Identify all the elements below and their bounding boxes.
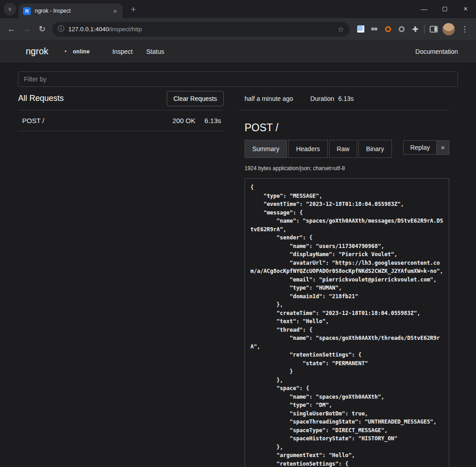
replay-button-group: Replay ≡	[403, 140, 449, 155]
request-title: POST /	[245, 122, 449, 134]
orange-ring-icon	[385, 26, 391, 32]
request-status: 200 OK	[172, 117, 195, 124]
window-close-button[interactable]: ×	[455, 0, 476, 18]
site-info-icon[interactable]: ⓘ	[58, 25, 64, 33]
app-header: ngrok • online Inspect Status Documentat…	[0, 40, 476, 63]
url-text: 127.0.0.1:4040/inspect/http	[68, 26, 334, 33]
content-type-meta: 1924 bytes application/json; charset=utf…	[245, 165, 449, 172]
tab-raw[interactable]: Raw	[329, 140, 357, 158]
tab-binary[interactable]: Binary	[358, 140, 392, 158]
browser-menu-button[interactable]: ⋮	[457, 21, 472, 37]
ngrok-logo[interactable]: ngrok	[26, 46, 48, 57]
window-controls: — ×	[414, 0, 476, 18]
extension-goggles-icon[interactable]	[368, 21, 381, 37]
tab-search-button[interactable]: ∨	[4, 3, 16, 15]
ngrok-inspect-page: ngrok • online Inspect Status Documentat…	[0, 40, 476, 467]
browser-toolbar: ← → ↻ ⓘ 127.0.0.1:4040/inspect/http ☆ ⋮	[0, 18, 476, 40]
extension-gray-icon[interactable]	[395, 21, 408, 37]
browser-titlebar: ∨ n ngrok - Inspect × + — ×	[0, 0, 476, 18]
profile-avatar[interactable]	[443, 23, 455, 35]
detail-tabs: Summary Headers Raw Binary Replay ≡	[245, 140, 449, 158]
back-icon: ←	[7, 24, 15, 34]
tab-close-icon[interactable]: ×	[112, 7, 118, 15]
request-duration: 6.13s	[204, 117, 221, 124]
request-body-json[interactable]: { "type": "MESSAGE", "eventTime": "2023-…	[245, 178, 449, 467]
ngrok-favicon-icon: n	[23, 7, 31, 15]
duration-label: Duration	[310, 95, 334, 102]
filter-input[interactable]	[18, 71, 458, 87]
replay-menu-icon: ≡	[441, 144, 445, 151]
address-bar[interactable]: ⓘ 127.0.0.1:4040/inspect/http ☆	[52, 22, 349, 37]
window-maximize-icon	[443, 7, 447, 11]
window-minimize-button[interactable]: —	[414, 0, 434, 18]
bookmark-star-icon[interactable]: ☆	[338, 25, 344, 33]
reload-button[interactable]: ↻	[34, 21, 50, 37]
url-host: 127.0.0.1:4040	[68, 26, 109, 33]
extension-blue-glyph-icon	[357, 25, 364, 33]
reload-icon: ↻	[38, 24, 45, 34]
nav-status-link[interactable]: Status	[146, 48, 165, 55]
extensions-menu-button[interactable]	[408, 21, 422, 37]
tab-summary[interactable]: Summary	[245, 140, 287, 158]
replay-button[interactable]: Replay	[403, 140, 437, 155]
requests-header: All Requests Clear Requests	[18, 87, 224, 110]
replay-options-button[interactable]: ≡	[437, 140, 449, 155]
browser-tab[interactable]: n ngrok - Inspect ×	[19, 4, 123, 18]
filter-section	[0, 63, 476, 87]
requests-panel: All Requests Clear Requests POST / 200 O…	[18, 87, 224, 131]
gray-ring-icon	[399, 26, 405, 32]
request-method-path: POST /	[22, 117, 172, 124]
back-button[interactable]: ←	[4, 21, 19, 37]
main-content: All Requests Clear Requests POST / 200 O…	[0, 87, 476, 467]
tab-headers[interactable]: Headers	[288, 140, 328, 158]
request-time-ago: half a minute ago	[245, 95, 293, 102]
goggles-icon	[370, 25, 378, 33]
new-tab-button[interactable]: +	[128, 4, 139, 15]
extension-orange-icon[interactable]	[381, 21, 395, 37]
request-list-item[interactable]: POST / 200 OK 6.13s	[18, 110, 224, 131]
window-maximize-button[interactable]	[434, 0, 455, 18]
detail-meta-row: half a minute ago Duration 6.13s	[239, 87, 449, 110]
forward-icon: →	[23, 24, 31, 34]
clear-requests-button[interactable]: Clear Requests	[167, 91, 224, 106]
nav-inspect-link[interactable]: Inspect	[112, 48, 132, 55]
side-panel-button[interactable]	[427, 21, 440, 37]
kebab-menu-icon: ⋮	[461, 24, 469, 34]
online-status-dot-icon: •	[65, 48, 66, 55]
requests-title: All Requests	[18, 94, 64, 103]
detail-panel: half a minute ago Duration 6.13s POST / …	[239, 87, 458, 467]
puzzle-icon	[411, 25, 419, 33]
tab-title: ngrok - Inspect	[35, 8, 108, 14]
duration-value: 6.13s	[338, 95, 353, 102]
nav-documentation-link[interactable]: Documentation	[415, 48, 458, 55]
forward-button[interactable]: →	[19, 21, 34, 37]
chevron-down-icon: ∨	[8, 6, 12, 12]
side-panel-icon	[429, 25, 438, 33]
detail-body: POST / Summary Headers Raw Binary Replay…	[239, 122, 449, 467]
toolbar-separator	[424, 24, 424, 33]
online-status-label: online	[73, 48, 90, 55]
extension-blue-icon[interactable]	[354, 21, 368, 37]
url-path: /inspect/http	[109, 26, 142, 33]
